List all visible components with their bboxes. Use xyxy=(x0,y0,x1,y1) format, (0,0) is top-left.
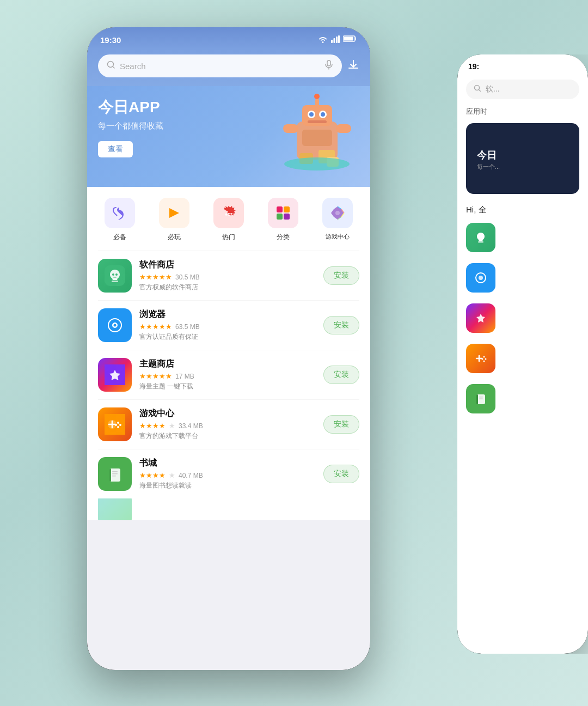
svg-rect-31 xyxy=(112,281,118,282)
main-screen: 19:30 Search xyxy=(87,27,370,670)
svg-rect-14 xyxy=(308,120,327,123)
svg-point-32 xyxy=(112,273,114,276)
app-item-appstore[interactable]: 软件商店 ★★★★★ 30.5 MB 官方权威的软件商店 安装 xyxy=(98,251,359,301)
app-desc-appstore: 官方权威的软件商店 xyxy=(139,283,316,292)
svg-rect-27 xyxy=(277,214,283,220)
category-item-hot[interactable]: HOT 热门 xyxy=(207,198,250,242)
svg-rect-51 xyxy=(112,476,116,477)
banner-view-button[interactable]: 查看 xyxy=(98,141,133,157)
app-icon-book xyxy=(98,457,132,491)
app-item-browser[interactable]: 浏览器 ★★★★★ 63.5 MB 官方认证品质有保证 安装 xyxy=(98,301,359,350)
app-rating-browser: ★★★★★ 63.5 MB xyxy=(139,322,316,331)
second-search-bar[interactable]: 软... xyxy=(466,80,579,99)
install-button-theme[interactable]: 安装 xyxy=(323,366,359,384)
app-item-game[interactable]: 游戏中心 ★★★★★ 33.4 MB 官方的游戏下载平台 安装 xyxy=(98,400,359,449)
second-app-icon-4 xyxy=(466,344,495,373)
app-icon-game xyxy=(98,407,132,441)
banner-robot-illustration xyxy=(272,89,365,181)
svg-rect-16 xyxy=(315,99,319,106)
svg-point-56 xyxy=(483,356,485,358)
svg-rect-63 xyxy=(479,399,483,400)
banner: 今日APP 每一个都值得收藏 查看 xyxy=(87,86,370,187)
app-item-book[interactable]: 书城 ★★★★★ 40.7 MB 海量图书想读就读 安装 xyxy=(98,449,359,498)
app-item-theme[interactable]: 主题商店 ★★★★★ 17 MB 海量主题 一键下载 安装 xyxy=(98,350,359,400)
svg-point-59 xyxy=(482,358,483,360)
app-desc-book: 海量图书想读就读 xyxy=(139,481,316,490)
second-section-label: 应用时 xyxy=(457,104,588,119)
svg-rect-3 xyxy=(338,35,340,43)
svg-rect-53 xyxy=(478,241,483,243)
second-banner: 今日 每一个... xyxy=(466,123,579,194)
svg-point-57 xyxy=(485,358,487,360)
second-search-icon xyxy=(474,84,481,94)
second-greeting: Hi, 全 xyxy=(457,198,588,217)
app-desc-game: 官方的游戏下载平台 xyxy=(139,431,316,441)
second-app-item-3 xyxy=(457,298,588,338)
app-name-game: 游戏中心 xyxy=(139,408,316,419)
category-item-category[interactable]: 分类 xyxy=(261,198,305,242)
svg-point-45 xyxy=(115,424,117,426)
svg-rect-5 xyxy=(344,37,353,41)
categories: 必备 必玩 HOT 热门 xyxy=(87,187,370,251)
second-app-item-4 xyxy=(457,338,588,379)
install-button-browser[interactable]: 安装 xyxy=(323,316,359,334)
category-label-game-center: 游戏中心 xyxy=(326,233,350,241)
svg-rect-2 xyxy=(336,36,338,43)
header: Search 今日APP 每一个都值得收藏 查看 xyxy=(87,49,370,187)
svg-rect-48 xyxy=(109,468,111,482)
category-label-play: 必玩 xyxy=(168,233,181,242)
install-button-game[interactable]: 安装 xyxy=(323,415,359,434)
phone-second: 19: 软... 应用时 今日 每一个... Hi, 全 xyxy=(457,54,588,654)
second-app-icon-2 xyxy=(466,263,495,293)
svg-rect-18 xyxy=(283,124,298,133)
status-icons xyxy=(318,35,357,45)
svg-rect-49 xyxy=(112,471,118,472)
app-stars-browser: ★★★★★ xyxy=(139,322,172,331)
svg-point-12 xyxy=(309,112,314,117)
svg-point-58 xyxy=(483,361,485,362)
app-icon-browser xyxy=(98,308,132,342)
app-desc-browser: 官方认证品质有保证 xyxy=(139,332,316,342)
app-icon-appstore xyxy=(98,259,132,293)
category-label-hot: 热门 xyxy=(222,233,235,242)
app-name-appstore: 软件商店 xyxy=(139,259,316,271)
mic-icon xyxy=(324,60,333,72)
category-icon-essential xyxy=(105,198,135,228)
category-icon-game xyxy=(322,198,353,228)
svg-rect-19 xyxy=(336,124,351,133)
svg-point-44 xyxy=(117,426,119,428)
category-item-game-center[interactable]: 游戏中心 xyxy=(316,198,359,242)
app-desc-theme: 海量主题 一键下载 xyxy=(139,382,316,391)
app-info-game: 游戏中心 ★★★★★ 33.4 MB 官方的游戏下载平台 xyxy=(139,408,316,441)
svg-rect-26 xyxy=(284,206,290,212)
svg-rect-0 xyxy=(331,40,333,43)
category-label-category: 分类 xyxy=(277,233,290,242)
phone-main: 19:30 Search xyxy=(87,27,370,670)
second-app-icon-5 xyxy=(466,384,495,413)
app-stars-appstore: ★★★★★ xyxy=(139,273,172,281)
install-button-book[interactable]: 安装 xyxy=(323,465,359,483)
app-rating-appstore: ★★★★★ 30.5 MB xyxy=(139,273,316,281)
second-banner-title: 今日 xyxy=(477,149,568,162)
svg-rect-61 xyxy=(476,394,478,404)
app-info-book: 书城 ★★★★★ 40.7 MB 海量图书想读就读 xyxy=(139,458,316,490)
status-time: 19:30 xyxy=(100,35,121,45)
svg-rect-50 xyxy=(112,473,118,474)
search-bar[interactable]: Search xyxy=(98,54,342,77)
category-label-essential: 必备 xyxy=(113,233,126,242)
svg-rect-62 xyxy=(479,397,483,398)
search-row: Search xyxy=(98,54,359,77)
app-rating-book: ★★★★★ 40.7 MB xyxy=(139,471,316,479)
main-content: 必备 必玩 HOT 热门 xyxy=(87,187,370,520)
second-app-item-5 xyxy=(457,379,588,419)
install-button-appstore[interactable]: 安装 xyxy=(323,266,359,285)
app-info-theme: 主题商店 ★★★★★ 17 MB 海量主题 一键下载 xyxy=(139,358,316,391)
svg-point-6 xyxy=(108,62,114,68)
category-icon-category xyxy=(268,198,298,228)
app-info-browser: 浏览器 ★★★★★ 63.5 MB 官方认证品质有保证 xyxy=(139,309,316,342)
search-placeholder-text: Search xyxy=(120,62,320,71)
category-item-play[interactable]: 必玩 xyxy=(152,198,196,242)
app-icon-theme xyxy=(98,358,132,392)
category-item-essential[interactable]: 必备 xyxy=(98,198,142,242)
download-icon[interactable] xyxy=(347,59,359,73)
